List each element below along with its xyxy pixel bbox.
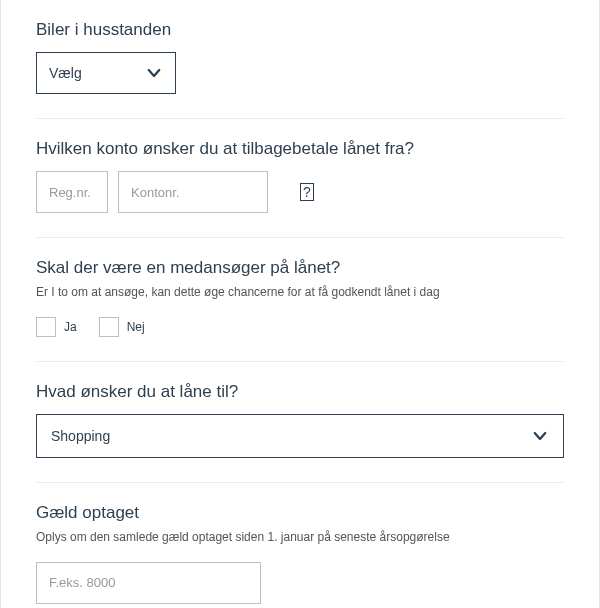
info-icon[interactable]: ? bbox=[300, 183, 314, 201]
coapplicant-no-label: Nej bbox=[127, 320, 145, 334]
section-cars: Biler i husstanden Vælg bbox=[36, 0, 564, 119]
debt-input[interactable] bbox=[36, 562, 261, 604]
purpose-select[interactable]: Shopping bbox=[36, 414, 564, 458]
cars-title: Biler i husstanden bbox=[36, 20, 564, 40]
account-title: Hvilken konto ønsker du at tilbagebetale… bbox=[36, 139, 564, 159]
debt-helper: Oplys om den samlede gæld optaget siden … bbox=[36, 529, 564, 546]
coapplicant-helper: Er I to om at ansøge, kan dette øge chan… bbox=[36, 284, 564, 301]
purpose-title: Hvad ønsker du at låne til? bbox=[36, 382, 564, 402]
account-input-row: ? bbox=[36, 171, 564, 213]
coapplicant-yes-checkbox[interactable] bbox=[36, 317, 56, 337]
coapplicant-no-checkbox[interactable] bbox=[99, 317, 119, 337]
section-purpose: Hvad ønsker du at låne til? Shopping bbox=[36, 362, 564, 483]
cars-select-value: Vælg bbox=[49, 65, 82, 81]
section-account: Hvilken konto ønsker du at tilbagebetale… bbox=[36, 119, 564, 238]
purpose-select-value: Shopping bbox=[51, 428, 110, 444]
debt-title: Gæld optaget bbox=[36, 503, 564, 523]
account-number-input[interactable] bbox=[118, 171, 268, 213]
coapplicant-title: Skal der være en medansøger på lånet? bbox=[36, 258, 564, 278]
cars-select[interactable]: Vælg bbox=[36, 52, 176, 94]
coapplicant-yes-label: Ja bbox=[64, 320, 77, 334]
form-container: Biler i husstanden Vælg Hvilken konto øn… bbox=[0, 0, 600, 608]
section-debt: Gæld optaget Oplys om den samlede gæld o… bbox=[36, 483, 564, 608]
coapplicant-options: Ja Nej bbox=[36, 317, 564, 337]
reg-number-input[interactable] bbox=[36, 171, 108, 213]
section-coapplicant: Skal der være en medansøger på lånet? Er… bbox=[36, 238, 564, 362]
chevron-down-icon bbox=[531, 427, 549, 445]
chevron-down-icon bbox=[145, 64, 163, 82]
